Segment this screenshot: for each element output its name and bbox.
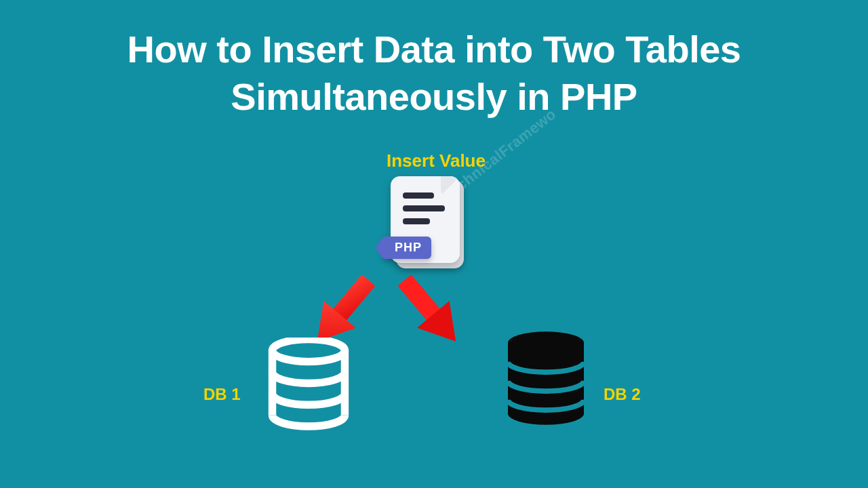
- title-line-2: Simultaneously in PHP: [231, 75, 637, 118]
- diagram-area: @PHPTechnicalFramewo Insert Value PHP: [0, 127, 868, 466]
- svg-point-4: [273, 340, 345, 362]
- database-right-icon: [502, 331, 590, 426]
- db2-label: DB 2: [604, 385, 641, 404]
- php-badge: PHP: [382, 237, 431, 259]
- database-left-icon: [264, 338, 353, 432]
- php-file-icon: PHP: [389, 176, 471, 278]
- page-title: How to Insert Data into Two Tables Simul…: [0, 0, 868, 121]
- file-text-lines: [403, 192, 445, 231]
- db1-label: DB 1: [203, 385, 241, 404]
- insert-value-label: Insert Value: [387, 150, 486, 171]
- title-line-1: How to Insert Data into Two Tables: [127, 28, 741, 70]
